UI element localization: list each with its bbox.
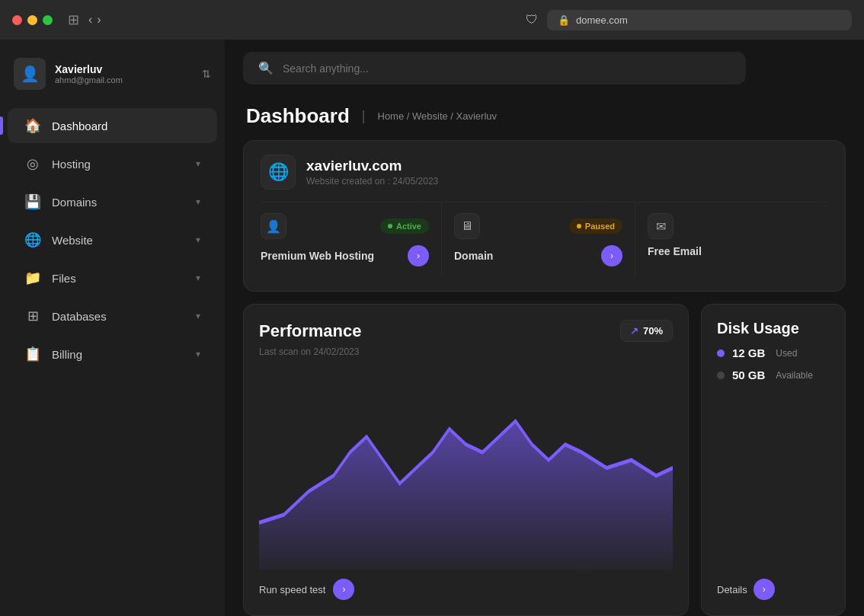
- website-domain: xavierluv.com: [306, 158, 438, 174]
- status-badge: Active: [380, 219, 429, 234]
- website-icon: 🌐: [24, 231, 41, 248]
- domains-icon: 💾: [24, 193, 41, 210]
- chevron-down-icon: ▾: [196, 196, 200, 207]
- search-input[interactable]: [283, 62, 731, 75]
- service-name: Premium Web Hosting: [261, 250, 374, 262]
- disk-available-dot: [717, 372, 725, 379]
- page-title: Dashboard: [246, 104, 350, 128]
- service-card-top: 🖥 Paused: [454, 213, 622, 239]
- performance-last-scan: Last scan on 24/02/2023: [259, 346, 673, 357]
- sidebar-item-files[interactable]: 📁 Files ▾: [8, 260, 217, 295]
- user-menu-toggle-icon[interactable]: ⇅: [202, 68, 211, 80]
- app-body: 👤 Xavierluv ahmd@gmail.com ⇅ 🏠 Dashboard…: [0, 40, 864, 616]
- sidebar-item-label: Files: [52, 272, 185, 285]
- hosting-icon: ◎: [24, 155, 41, 172]
- sidebar-item-website[interactable]: 🌐 Website ▾: [8, 222, 217, 257]
- website-created-date: Website created on : 24/05/2023: [306, 176, 438, 187]
- service-card-hosting: 👤 Active Premium Web Hosting ›: [261, 203, 442, 277]
- performance-chart: [259, 366, 673, 570]
- website-card-header: 🌐 xavierluv.com Website created on : 24/…: [261, 155, 828, 190]
- run-speed-test-button[interactable]: Run speed test: [259, 584, 325, 595]
- disk-details-arrow-button[interactable]: ›: [754, 579, 775, 600]
- search-icon: 🔍: [258, 61, 274, 75]
- performance-score: 70%: [643, 325, 663, 337]
- domain-arrow-button[interactable]: ›: [601, 245, 622, 267]
- close-button[interactable]: [12, 15, 22, 25]
- service-card-bottom: Domain ›: [454, 245, 622, 267]
- disk-used-item: 12 GB Used: [717, 346, 830, 359]
- chevron-down-icon: ▾: [196, 158, 200, 169]
- sidebar-toggle-icon[interactable]: ⊞: [68, 11, 79, 28]
- status-text: Active: [396, 222, 421, 231]
- perf-header: Performance ↗ 70%: [259, 320, 673, 342]
- sidebar: 👤 Xavierluv ahmd@gmail.com ⇅ 🏠 Dashboard…: [0, 40, 225, 616]
- service-name: Domain: [454, 250, 493, 262]
- disk-used-dot: [717, 349, 725, 357]
- disk-used-amount: 12 GB: [732, 346, 765, 359]
- sidebar-item-billing[interactable]: 📋 Billing ▾: [8, 337, 217, 372]
- chevron-down-icon: ▾: [196, 235, 200, 245]
- sidebar-item-databases[interactable]: ⊞ Databases ▾: [8, 298, 217, 334]
- disk-available-label: Available: [776, 370, 812, 381]
- avatar-icon: 👤: [21, 65, 40, 83]
- sidebar-item-label: Billing: [52, 348, 185, 361]
- status-text: Paused: [585, 222, 615, 231]
- disk-usage-title: Disk Usage: [717, 320, 830, 337]
- url-text: domee.com: [576, 14, 628, 26]
- titlebar: ⊞ ‹ › 🛡 🔒 domee.com: [0, 0, 864, 40]
- website-globe-icon: 🌐: [261, 155, 296, 190]
- user-email: ahmd@gmail.com: [55, 75, 193, 85]
- shield-icon: 🛡: [526, 13, 538, 27]
- maximize-button[interactable]: [43, 15, 53, 25]
- dashboard-icon: 🏠: [24, 117, 41, 134]
- trend-up-icon: ↗: [630, 325, 638, 337]
- back-button[interactable]: ‹: [88, 13, 92, 27]
- sidebar-item-hosting[interactable]: ◎ Hosting ▾: [8, 146, 217, 181]
- website-card: 🌐 xavierluv.com Website created on : 24/…: [243, 140, 846, 292]
- user-profile[interactable]: 👤 Xavierluv ahmd@gmail.com ⇅: [0, 49, 225, 99]
- nav-arrows: ‹ ›: [88, 13, 101, 27]
- service-cards: 👤 Active Premium Web Hosting › 🖥: [261, 202, 828, 277]
- service-name: Free Email: [648, 245, 702, 257]
- hosting-service-icon: 👤: [261, 213, 286, 239]
- forward-button[interactable]: ›: [97, 13, 101, 27]
- performance-title: Performance: [259, 321, 362, 341]
- domain-service-icon: 🖥: [454, 213, 480, 239]
- bottom-cards: Performance ↗ 70% Last scan on 24/02/202…: [243, 304, 846, 616]
- sidebar-item-label: Hosting: [52, 158, 185, 171]
- search-bar-container: 🔍: [225, 40, 864, 97]
- disk-details-button[interactable]: Details: [717, 584, 747, 595]
- status-dot-active: [388, 224, 392, 228]
- files-icon: 📁: [24, 270, 41, 286]
- breadcrumb: Home / Website / Xavierluv: [378, 110, 498, 122]
- sidebar-item-domains[interactable]: 💾 Domains ▾: [8, 184, 217, 219]
- user-name: Xavierluv: [55, 63, 193, 75]
- disk-used-label: Used: [776, 348, 797, 359]
- status-badge: Paused: [569, 219, 622, 234]
- run-speed-test-arrow-button[interactable]: ›: [333, 579, 354, 600]
- avatar: 👤: [14, 58, 46, 90]
- sidebar-item-label: Website: [52, 234, 185, 247]
- disk-available-item: 50 GB Available: [717, 369, 830, 381]
- disk-footer: Details ›: [717, 579, 830, 600]
- url-bar[interactable]: 🔒 domee.com: [547, 10, 852, 30]
- website-info: xavierluv.com Website created on : 24/05…: [306, 158, 438, 187]
- disk-usage-card: Disk Usage 12 GB Used 50 GB Available De…: [701, 304, 846, 616]
- sidebar-item-dashboard[interactable]: 🏠 Dashboard: [8, 108, 217, 143]
- page-header: Dashboard | Home / Website / Xavierluv: [225, 97, 864, 140]
- email-service-icon: ✉: [648, 213, 674, 239]
- breadcrumb-divider: |: [362, 108, 366, 124]
- main-content: 🔍 Dashboard | Home / Website / Xavierluv…: [225, 40, 864, 616]
- service-card-email: ✉ Free Email: [635, 203, 828, 277]
- traffic-lights: [12, 15, 53, 25]
- hosting-arrow-button[interactable]: ›: [408, 245, 429, 267]
- service-card-bottom: Free Email: [648, 245, 816, 257]
- databases-icon: ⊞: [24, 308, 41, 324]
- chevron-down-icon: ▾: [196, 273, 200, 283]
- billing-icon: 📋: [24, 346, 41, 362]
- search-bar: 🔍: [243, 52, 746, 85]
- sidebar-item-label: Dashboard: [52, 120, 200, 132]
- performance-chart-svg: [259, 366, 673, 570]
- minimize-button[interactable]: [27, 15, 37, 25]
- perf-footer: Run speed test ›: [259, 579, 673, 600]
